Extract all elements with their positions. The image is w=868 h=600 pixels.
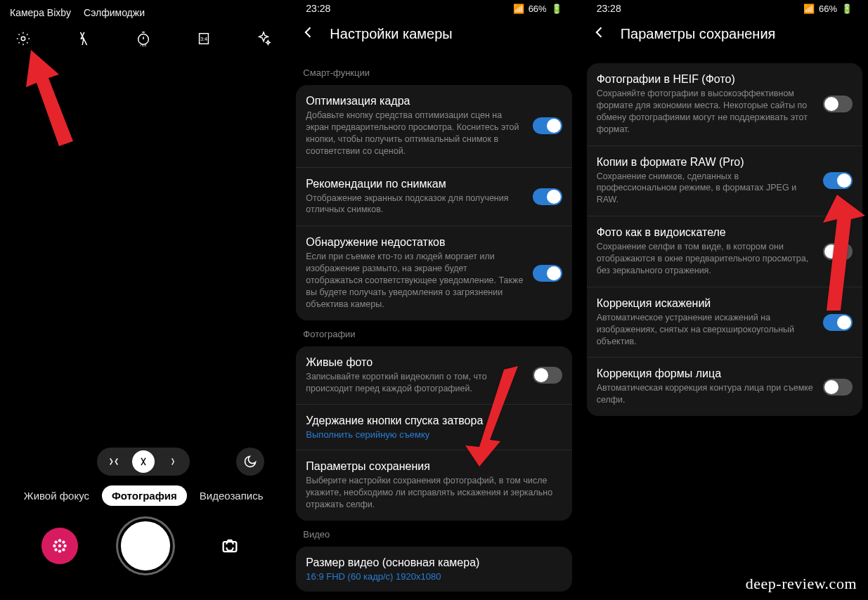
camera-screen: Камера Bixby Сэлфимоджи OFF 3:4 [0, 0, 287, 600]
mode-selector: Живой фокус Фотография Видеозапись [0, 485, 287, 506]
back-icon[interactable] [302, 25, 316, 42]
row-title: Живые фото [306, 356, 524, 369]
save-options-screen: 23:28 📶 66% 🔋 Параметры сохранения Фотог… [581, 0, 868, 600]
row-desc: Сохранение снимков, сделанных в професси… [597, 171, 815, 207]
timer-off-icon[interactable]: OFF [136, 31, 151, 49]
filters-icon[interactable] [256, 31, 271, 49]
toggle-scene-optimizer[interactable] [533, 117, 562, 134]
row-title: Размер видео (основная камера) [306, 556, 562, 569]
row-title: Параметры сохранения [306, 460, 562, 473]
toggle-face-shape[interactable] [823, 379, 853, 396]
row-hold-shutter[interactable]: Удержание кнопки спуска затвора Выполнит… [296, 405, 571, 450]
gallery-thumbnail[interactable] [41, 528, 78, 564]
settings-icon[interactable] [15, 31, 31, 49]
page-title: Параметры сохранения [621, 26, 776, 42]
camera-viewfinder[interactable] [0, 56, 287, 448]
row-title: Фотографии в HEIF (Фото) [597, 73, 815, 86]
camera-toolbar: OFF 3:4 [0, 21, 287, 56]
row-desc: Если при съемке кто-то из людей моргает … [306, 251, 524, 310]
mode-live-focus[interactable]: Живой фокус [24, 490, 89, 502]
night-mode-button[interactable] [236, 448, 264, 476]
row-flaw-detection[interactable]: Обнаружение недостатков Если при съемке … [296, 226, 571, 320]
zoom-selector [97, 448, 190, 476]
row-save-options[interactable]: Параметры сохранения Выберите настройки … [296, 450, 571, 521]
row-desc: Сохраняйте фотографии в высокоэффективно… [597, 88, 815, 136]
zoom-ultrawide-button[interactable] [103, 450, 125, 473]
mode-photo[interactable]: Фотография [102, 485, 187, 506]
row-desc: Автоматическая коррекция контура лица пр… [597, 382, 815, 406]
row-title: Оптимизация кадра [306, 95, 524, 107]
row-distortion-correction[interactable]: Коррекция искажений Автоматическое устра… [587, 287, 862, 358]
svg-point-11 [62, 540, 65, 543]
status-time: 23:28 [306, 3, 330, 14]
status-right: 📶 66% 🔋 [803, 4, 853, 14]
toggle-shot-suggestions[interactable] [533, 188, 562, 205]
section-video: Видео [290, 521, 577, 547]
svg-point-9 [63, 544, 66, 547]
wifi-icon: 📶 [513, 4, 524, 14]
svg-text:OFF: OFF [141, 44, 147, 46]
row-shot-suggestions[interactable]: Рекомендации по снимкам Отображение экра… [296, 168, 571, 227]
selfie-emoji-label[interactable]: Сэлфимоджи [84, 7, 145, 18]
row-desc: Выберите настройки сохранения фотографий… [306, 475, 562, 511]
svg-point-0 [21, 37, 25, 41]
row-desc: Отображение экранных подсказок для получ… [306, 193, 524, 216]
zoom-wide-button[interactable] [132, 450, 155, 473]
row-title: Удержание кнопки спуска затвора [306, 415, 562, 427]
row-scene-optimizer[interactable]: Оптимизация кадра Добавьте кнопку средст… [296, 85, 571, 168]
flash-off-icon[interactable] [76, 31, 91, 49]
toggle-raw[interactable] [823, 172, 853, 189]
row-title: Рекомендации по снимкам [306, 178, 524, 190]
svg-point-8 [53, 544, 56, 547]
section-photos: Фотографии [290, 320, 577, 346]
svg-point-5 [58, 544, 61, 547]
row-subtitle: Выполнить серийную съемку [306, 429, 562, 440]
row-motion-photo[interactable]: Живые фото Записывайте короткий видеокли… [296, 346, 571, 405]
bixby-label[interactable]: Камера Bixby [10, 7, 71, 18]
wifi-icon: 📶 [803, 4, 815, 14]
status-time: 23:28 [597, 3, 621, 14]
section-smart: Смарт-функции [290, 59, 577, 85]
aspect-ratio-icon[interactable]: 3:4 [196, 31, 212, 49]
row-title: Копии в формате RAW (Pro) [597, 156, 815, 169]
row-rear-video-size[interactable]: Размер видео (основная камера) 16:9 FHD … [296, 547, 571, 592]
svg-point-6 [58, 539, 61, 542]
row-desc: Добавьте кнопку средства оптимизации сце… [306, 110, 524, 157]
svg-text:3:4: 3:4 [200, 36, 207, 42]
toggle-previewed[interactable] [823, 243, 853, 260]
battery-text: 66% [819, 4, 837, 14]
row-heif-photos[interactable]: Фотографии в HEIF (Фото) Сохраняйте фото… [587, 63, 862, 146]
svg-point-10 [54, 540, 57, 543]
back-icon[interactable] [592, 25, 607, 42]
status-right: 📶 66% 🔋 [513, 4, 562, 14]
camera-settings-screen: 23:28 📶 66% 🔋 Настройки камеры Смарт-фун… [290, 0, 577, 600]
row-desc: Сохранение селфи в том виде, в котором о… [597, 241, 815, 277]
row-save-as-previewed[interactable]: Фото как в видоискателе Сохранение селфи… [587, 216, 862, 287]
switch-camera-button[interactable] [214, 530, 246, 562]
battery-icon: 🔋 [551, 4, 562, 14]
battery-text: 66% [529, 4, 547, 14]
row-desc: Автоматическое устранение искажений на и… [597, 312, 815, 348]
svg-point-7 [58, 549, 61, 552]
svg-point-13 [62, 548, 65, 551]
watermark: deep-review.com [746, 575, 857, 593]
toggle-distortion[interactable] [823, 314, 853, 331]
toggle-heif[interactable] [823, 96, 853, 112]
row-face-shape-correction[interactable]: Коррекция формы лица Автоматическая корр… [587, 358, 862, 416]
shutter-button[interactable] [118, 519, 173, 573]
row-desc: Записывайте короткий видеоклип о том, чт… [306, 371, 524, 395]
row-title: Фото как в видоискателе [597, 226, 815, 239]
row-title: Коррекция искажений [597, 297, 815, 310]
battery-icon: 🔋 [841, 4, 853, 14]
row-subtitle: 16:9 FHD (60 кадр/с) 1920x1080 [306, 571, 562, 582]
zoom-tele-button[interactable] [162, 450, 184, 473]
row-raw-copies[interactable]: Копии в формате RAW (Pro) Сохранение сни… [587, 146, 862, 217]
mode-video[interactable]: Видеозапись [200, 490, 264, 502]
row-title: Коррекция формы лица [597, 367, 815, 380]
svg-point-12 [54, 548, 57, 551]
row-title: Обнаружение недостатков [306, 236, 524, 249]
toggle-motion-photo[interactable] [533, 367, 562, 384]
page-title: Настройки камеры [330, 26, 452, 42]
toggle-flaw-detection[interactable] [533, 265, 562, 282]
